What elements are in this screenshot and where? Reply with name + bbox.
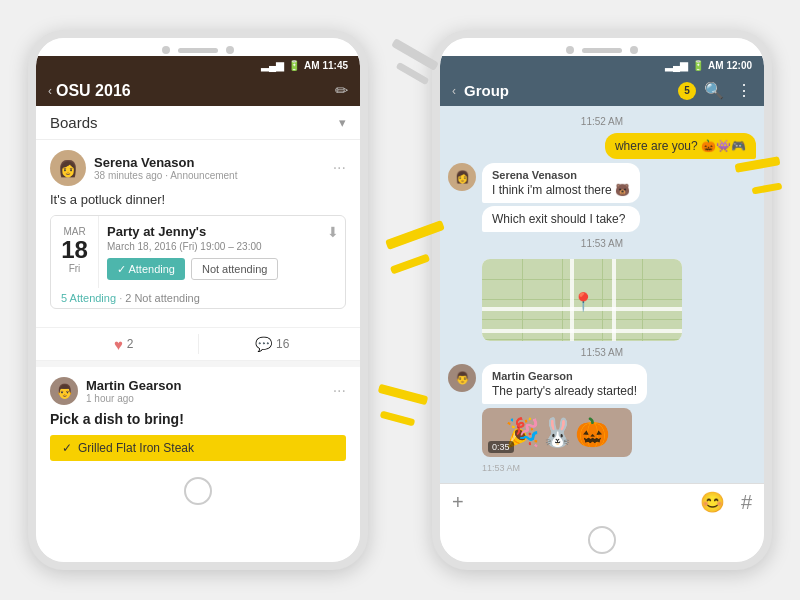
avatar-serena-chat: 👩 bbox=[448, 163, 476, 191]
bubble-left-serena: Serena Venason I think i'm almost there … bbox=[482, 163, 640, 203]
bubble-left-serena-2: Which exit should I take? bbox=[482, 206, 640, 232]
chat-back-button[interactable]: ‹ bbox=[452, 84, 456, 98]
left-phone: ▂▄▆ 🔋 AM 11:45 ‹ OSU 2016 ✏ Boards ▾ 👩 S… bbox=[28, 30, 368, 570]
deco-3 bbox=[378, 384, 429, 406]
bubble-text-serena: I think i'm almost there 🐻 bbox=[492, 183, 630, 197]
dish-name: Grilled Flat Iron Steak bbox=[78, 441, 194, 455]
user-name-serena: Serena Venason bbox=[94, 155, 325, 170]
post-card-1: 👩 Serena Venason 38 minutes ago · Announ… bbox=[36, 140, 360, 327]
event-details: Party at Jenny's March 18, 2016 (Fri) 19… bbox=[99, 216, 321, 288]
phone-camera bbox=[162, 46, 170, 54]
app-title: OSU 2016 bbox=[56, 82, 335, 100]
plus-icon[interactable]: + bbox=[452, 491, 464, 514]
deco-4 bbox=[380, 411, 416, 427]
emoji-icon[interactable]: 😊 bbox=[700, 490, 725, 514]
download-icon[interactable]: ⬇ bbox=[321, 216, 345, 288]
back-button[interactable]: ‹ bbox=[48, 84, 52, 98]
like-reaction[interactable]: ♥ 2 bbox=[50, 336, 198, 353]
event-title: Party at Jenny's bbox=[107, 224, 313, 239]
time-left: AM 11:45 bbox=[304, 60, 348, 71]
road-h2 bbox=[482, 329, 682, 333]
hash-icon[interactable]: # bbox=[741, 491, 752, 514]
map-image: 📍 bbox=[482, 259, 682, 341]
status-bar-left: ▂▄▆ 🔋 AM 11:45 bbox=[36, 56, 360, 75]
heart-icon: ♥ bbox=[114, 336, 123, 353]
sender-name-martin: Martin Gearson bbox=[492, 370, 637, 382]
bubble-right-text-1: where are you? 🎃👾🎮 bbox=[605, 133, 756, 159]
map-grid bbox=[482, 279, 682, 280]
user-name-martin: Martin Gearson bbox=[86, 378, 325, 393]
status-bar-right: ▂▄▆ 🔋 AM 12:00 bbox=[440, 56, 764, 75]
signal-icon: ▂▄▆ bbox=[261, 60, 284, 71]
comment-icon: 💬 bbox=[255, 336, 272, 352]
sender-name-serena: Serena Venason bbox=[492, 169, 630, 181]
boards-header[interactable]: Boards ▾ bbox=[36, 106, 360, 140]
chat-time-1: 11:52 AM bbox=[448, 116, 756, 127]
home-button-right[interactable] bbox=[588, 526, 616, 554]
chat-time-3: 11:53 AM bbox=[448, 347, 756, 358]
pick-dish-title: Pick a dish to bring! bbox=[50, 411, 346, 427]
like-count: 2 bbox=[127, 337, 134, 351]
battery-icon-right: 🔋 bbox=[692, 60, 704, 71]
chat-row-serena: 👩 Serena Venason I think i'm almost ther… bbox=[448, 163, 756, 232]
dish-item[interactable]: ✓ Grilled Flat Iron Steak bbox=[50, 435, 346, 461]
comment-count: 16 bbox=[276, 337, 289, 351]
deco-2 bbox=[390, 253, 430, 274]
app-bar-left: ‹ OSU 2016 ✏ bbox=[36, 75, 360, 106]
reactions-row: ♥ 2 💬 16 bbox=[36, 327, 360, 361]
road-v2 bbox=[612, 259, 616, 341]
map-grid3 bbox=[482, 319, 682, 320]
attending-count: 5 Attending · 2 Not attending bbox=[51, 288, 345, 308]
more-button-1[interactable]: ··· bbox=[333, 159, 346, 177]
map-pin-icon: 📍 bbox=[572, 291, 594, 313]
user-info-serena: Serena Venason 38 minutes ago · Announce… bbox=[94, 155, 325, 181]
phone-speaker-right bbox=[582, 48, 622, 53]
attending-button[interactable]: ✓ Attending bbox=[107, 258, 185, 280]
bubble-right-1: where are you? 🎃👾🎮 bbox=[448, 133, 756, 159]
chat-row-martin: 👨 Martin Gearson The party's already sta… bbox=[448, 364, 756, 404]
edit-icon[interactable]: ✏ bbox=[335, 81, 348, 100]
chat-messages: 11:52 AM where are you? 🎃👾🎮 👩 Serena Ven… bbox=[440, 106, 764, 483]
right-phone: ▂▄▆ 🔋 AM 12:00 ‹ Group 5 🔍 ⋮ 11:52 AM wh… bbox=[432, 30, 772, 570]
event-card: Mar 18 Fri Party at Jenny's March 18, 20… bbox=[50, 215, 346, 309]
search-icon-chat[interactable]: 🔍 bbox=[704, 81, 724, 100]
event-dow: Fri bbox=[69, 263, 81, 274]
chat-bottom-bar: + 😊 # bbox=[440, 483, 764, 520]
post-card-2: 👨 Martin Gearson 1 hour ago ··· Pick a d… bbox=[36, 361, 360, 471]
boards-label: Boards bbox=[50, 114, 339, 131]
avatar-serena: 👩 bbox=[50, 150, 86, 186]
more-button-2[interactable]: ··· bbox=[333, 382, 346, 400]
time-right: AM 12:00 bbox=[708, 60, 752, 71]
bubble-text-martin: The party's already started! bbox=[492, 384, 637, 398]
user-info-martin: Martin Gearson 1 hour ago bbox=[86, 378, 325, 404]
event-date: Mar 18 Fri bbox=[51, 216, 99, 288]
chat-app-bar: ‹ Group 5 🔍 ⋮ bbox=[440, 75, 764, 106]
event-day: 18 bbox=[61, 237, 88, 263]
sticker-emoji: 🎉🐰🎃 bbox=[505, 416, 610, 449]
phone-camera-right2 bbox=[630, 46, 638, 54]
dish-check-icon: ✓ bbox=[62, 441, 72, 455]
map-bubble[interactable]: 📍 Chicago Adante South Chicago, IL60606 … bbox=[482, 259, 682, 341]
avatar-martin-chat: 👨 bbox=[448, 364, 476, 392]
user-sub-serena: 38 minutes ago · Announcement bbox=[94, 170, 325, 181]
home-button-left[interactable] bbox=[184, 477, 212, 505]
group-badge: 5 bbox=[678, 82, 696, 100]
more-icon-chat[interactable]: ⋮ bbox=[736, 81, 752, 100]
not-attending-button[interactable]: Not attending bbox=[191, 258, 278, 280]
post-text-1: It's a potluck dinner! bbox=[50, 192, 346, 207]
signal-icon-right: ▂▄▆ bbox=[665, 60, 688, 71]
battery-icon: 🔋 bbox=[288, 60, 300, 71]
caret-icon: ▾ bbox=[339, 115, 346, 130]
user-sub-martin: 1 hour ago bbox=[86, 393, 325, 404]
phone-speaker bbox=[178, 48, 218, 53]
event-time: March 18, 2016 (Fri) 19:00 – 23:00 bbox=[107, 241, 313, 252]
phone-camera-right bbox=[566, 46, 574, 54]
map-grid4 bbox=[482, 339, 682, 340]
chat-title: Group bbox=[464, 82, 670, 99]
phone-camera2 bbox=[226, 46, 234, 54]
bubble-left-martin: Martin Gearson The party's already start… bbox=[482, 364, 647, 404]
chat-time-2: 11:53 AM bbox=[448, 238, 756, 249]
sticker-time: 11:53 AM bbox=[482, 463, 756, 473]
comment-reaction[interactable]: 💬 16 bbox=[199, 336, 347, 352]
sticker-duration: 0:35 bbox=[488, 441, 514, 453]
